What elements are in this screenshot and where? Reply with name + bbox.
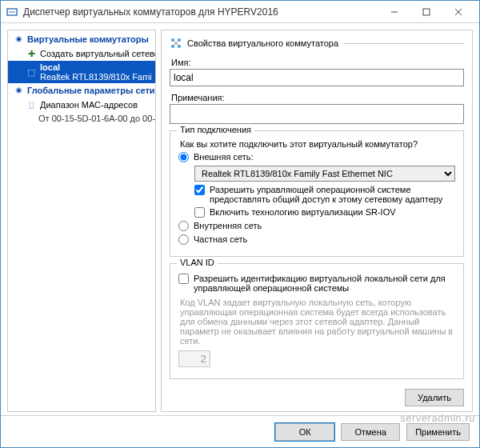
radio-external[interactable]: [178, 152, 189, 162]
tree-mac-range-value: От 00-15-5D-01-6A-00 до 00-15-...: [8, 112, 155, 125]
radio-external-row[interactable]: Внешняя сеть:: [178, 152, 455, 162]
notes-input[interactable]: [170, 104, 464, 124]
panel-header: Свойства виртуального коммутатора: [170, 37, 464, 50]
tree-cat-vswitches[interactable]: ✴ Виртуальные коммутаторы: [8, 32, 155, 46]
checkbox-label: Включить технологию виртуализации SR-IOV: [210, 207, 396, 217]
delete-button[interactable]: Удалить: [405, 389, 464, 406]
properties-panel: Свойства виртуального коммутатора Имя: П…: [161, 30, 473, 412]
divider: [343, 43, 464, 44]
checkbox-label: Разрешить управляющей операционной систе…: [210, 185, 455, 204]
radio-private[interactable]: [178, 234, 189, 245]
titlebar: Диспетчер виртуальных коммутаторов для H…: [1, 1, 479, 23]
tree-label: Диапазон МАС-адресов: [40, 100, 138, 110]
tree-label: Виртуальные коммутаторы: [27, 34, 149, 44]
vlan-id-input: [178, 350, 210, 367]
switch-icon: ⬚: [26, 66, 37, 78]
adapter-select[interactable]: Realtek RTL8139/810x Family Fast Etherne…: [194, 166, 455, 182]
group-title: VLAN ID: [177, 258, 218, 267]
tree-create-new[interactable]: ✚ Создать виртуальный сетевой к...: [8, 46, 155, 61]
vlan-help-text: Код VLAN задает виртуальную локальную се…: [180, 298, 455, 346]
close-button[interactable]: [442, 2, 474, 22]
sriov-row[interactable]: Включить технологию виртуализации SR-IOV: [194, 207, 455, 218]
dialog-body: ✴ Виртуальные коммутаторы ✚ Создать вирт…: [1, 23, 479, 415]
cancel-button[interactable]: Отмена: [341, 423, 400, 441]
checkbox-label: Разрешить идентификацию виртуальной лока…: [194, 274, 455, 293]
tree-cat-global[interactable]: ✴ Глобальные параметры сети: [8, 83, 155, 98]
dialog-window: Диспетчер виртуальных коммутаторов для H…: [0, 0, 480, 448]
tree-mac-range[interactable]: ⌷ Диапазон МАС-адресов: [8, 98, 155, 112]
tree-item-local[interactable]: ⬚ local Realtek RTL8139/810x Family...: [8, 61, 155, 83]
maximize-button[interactable]: [410, 2, 442, 22]
mac-icon: ⌷: [26, 99, 37, 110]
radio-label: Внешняя сеть:: [194, 152, 253, 162]
tree-label: От 00-15-5D-01-6A-00 до 00-15-...: [38, 114, 155, 123]
switch-icon: ✴: [13, 34, 24, 45]
window-title: Диспетчер виртуальных коммутаторов для H…: [23, 6, 378, 18]
radio-internal-row[interactable]: Внутренняя сеть: [178, 221, 455, 231]
name-label: Имя:: [171, 58, 464, 67]
plus-icon: ✚: [26, 48, 37, 59]
connection-prompt: Как вы хотите подключить этот виртуальны…: [180, 139, 455, 149]
tree-label: Глобальные параметры сети: [27, 86, 155, 95]
group-title: Тип подключения: [177, 125, 254, 134]
connection-type-group: Тип подключения Как вы хотите подключить…: [170, 130, 464, 257]
ok-button[interactable]: ОК: [275, 423, 334, 441]
vlan-enable-checkbox[interactable]: [178, 274, 189, 284]
switch-tree[interactable]: ✴ Виртуальные коммутаторы ✚ Создать вирт…: [7, 30, 156, 412]
vlan-enable-row[interactable]: Разрешить идентификацию виртуальной лока…: [178, 274, 455, 293]
notes-label: Примечания:: [171, 93, 464, 102]
dialog-footer: ОК Отмена Применить: [1, 415, 479, 447]
panel-title: Свойства виртуального коммутатора: [187, 38, 338, 48]
switch-icon: [170, 37, 182, 50]
svg-rect-3: [423, 9, 430, 15]
minimize-button[interactable]: [378, 2, 410, 22]
radio-internal[interactable]: [178, 221, 189, 231]
sriov-checkbox[interactable]: [194, 207, 205, 218]
allow-mgmt-row[interactable]: Разрешить управляющей операционной систе…: [194, 185, 455, 204]
allow-mgmt-checkbox[interactable]: [194, 185, 205, 195]
radio-label: Частная сеть: [194, 234, 247, 244]
tree-sublabel: Realtek RTL8139/810x Family...: [40, 72, 152, 82]
globe-icon: ✴: [13, 85, 24, 96]
apply-button[interactable]: Применить: [406, 423, 470, 441]
radio-private-row[interactable]: Частная сеть: [178, 234, 455, 245]
vlan-group: VLAN ID Разрешить идентификацию виртуаль…: [170, 263, 464, 379]
tree-label: local: [40, 62, 152, 72]
tree-label: Создать виртуальный сетевой к...: [40, 49, 155, 58]
app-icon: [6, 6, 18, 18]
radio-label: Внутренняя сеть: [194, 221, 262, 230]
name-input[interactable]: [170, 69, 464, 86]
